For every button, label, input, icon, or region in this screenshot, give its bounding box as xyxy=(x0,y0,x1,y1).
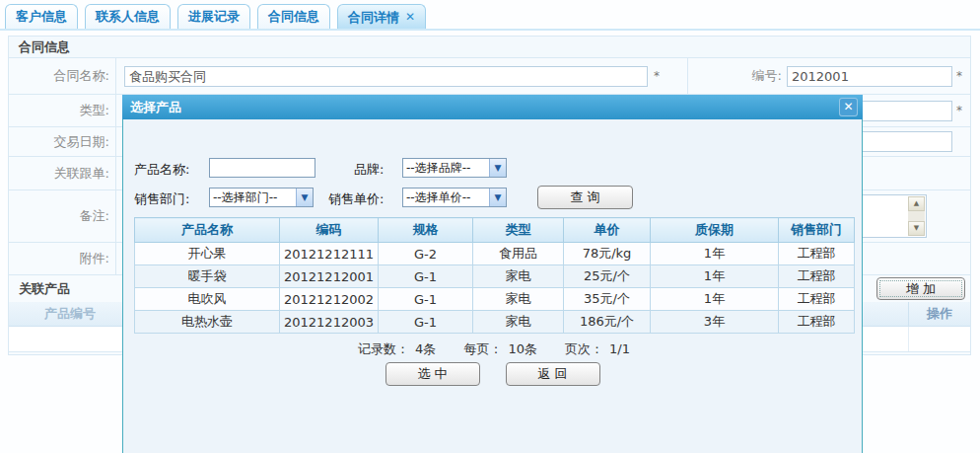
pagination: 记录数：4条 每页：10条 页次：1/1 xyxy=(134,340,854,358)
col-header-code: 编码 xyxy=(280,218,379,243)
cell-spec: G-1 xyxy=(379,311,473,334)
cell-sales-dept: 工程部 xyxy=(779,243,855,265)
type-label: 类型: xyxy=(9,95,116,126)
cell-sales-dept: 工程部 xyxy=(779,265,855,288)
scroll-down-icon[interactable]: ▼ xyxy=(908,221,925,236)
remark-label: 备注: xyxy=(9,190,116,242)
related-order-label: 关联跟单: xyxy=(9,157,116,189)
cell-unit-price: 25元/个 xyxy=(564,265,651,288)
add-product-button[interactable]: 增 加 xyxy=(876,277,965,300)
related-products-title: 关联产品 xyxy=(19,280,70,298)
page-value: 1/1 xyxy=(609,341,630,356)
dept-select-value: --选择部门-- xyxy=(210,189,296,206)
tab-label: 进展记录 xyxy=(188,9,240,24)
product-name-filter-label: 产品名称: xyxy=(134,161,189,179)
table-row[interactable]: 开心果 20121212111 G-2 食用品 78元/kg 1年 工程部 xyxy=(135,243,855,265)
table-row[interactable]: 电吹风 20121212002 G-1 家电 35元/个 1年 工程部 xyxy=(135,288,855,311)
scroll-up-icon[interactable]: ▲ xyxy=(908,196,925,211)
cell-code: 20121212003 xyxy=(280,311,379,334)
cell-type: 食用品 xyxy=(473,243,564,265)
tab-contact-info[interactable]: 联系人信息 xyxy=(85,4,171,29)
dept-filter-label: 销售部门: xyxy=(134,190,189,208)
tab-label: 客户信息 xyxy=(16,9,67,24)
contract-name-input[interactable] xyxy=(124,66,648,87)
select-product-modal: 选择产品 ✕ 产品名称: 品牌: --选择品牌-- ▼ 销售部门: --选择部门… xyxy=(122,95,863,453)
contract-info-section-title: 合同信息 xyxy=(9,37,970,58)
col-header-spec: 规格 xyxy=(379,218,473,243)
cell-unit-price: 35元/个 xyxy=(564,288,651,311)
tab-label: 合同详情 xyxy=(348,6,399,29)
cell-product-name: 开心果 xyxy=(135,243,280,265)
price-filter-label: 销售单价: xyxy=(328,190,384,208)
chevron-down-icon[interactable]: ▼ xyxy=(296,189,313,206)
per-page-value: 10条 xyxy=(508,341,537,356)
divider xyxy=(908,327,909,351)
brand-filter-label: 品牌: xyxy=(354,161,384,179)
cell-unit-price: 186元/个 xyxy=(564,311,651,334)
price-select-value: --选择单价-- xyxy=(403,189,489,206)
col-header-type: 类型 xyxy=(473,218,564,243)
cell-sales-dept: 工程部 xyxy=(779,311,855,334)
tab-close-icon[interactable]: ✕ xyxy=(405,6,415,29)
brand-select-value: --选择品牌-- xyxy=(403,160,489,177)
tab-progress-record[interactable]: 进展记录 xyxy=(177,4,250,29)
cell-type: 家电 xyxy=(473,311,564,334)
brand-select[interactable]: --选择品牌-- ▼ xyxy=(402,158,507,178)
tab-label: 合同信息 xyxy=(268,9,319,24)
product-table-header-row: 产品名称 编码 规格 类型 单价 质保期 销售部门 xyxy=(135,218,855,243)
table-row[interactable]: 电热水壶 20121212003 G-1 家电 186元/个 3年 工程部 xyxy=(135,311,855,334)
form-row-contract-name: 合同名称: * 编号: * xyxy=(9,58,970,95)
cell-sales-dept: 工程部 xyxy=(779,288,855,311)
per-page-label: 每页： xyxy=(463,341,502,356)
cell-warranty: 1年 xyxy=(651,265,779,288)
dept-select[interactable]: --选择部门-- ▼ xyxy=(209,188,314,207)
attachment-label: 附件: xyxy=(9,243,116,274)
cell-product-name: 暖手袋 xyxy=(135,265,280,288)
required-mark: * xyxy=(956,69,962,83)
chevron-down-icon[interactable]: ▼ xyxy=(489,189,506,206)
number-input[interactable] xyxy=(787,66,952,87)
tab-label: 联系人信息 xyxy=(96,9,160,24)
select-button[interactable]: 选 中 xyxy=(385,362,480,386)
cell-warranty: 1年 xyxy=(651,288,779,311)
modal-close-icon[interactable]: ✕ xyxy=(839,98,858,116)
modal-title: 选择产品 xyxy=(130,100,181,114)
col-header-sales-dept: 销售部门 xyxy=(779,218,855,243)
cell-spec: G-2 xyxy=(379,243,473,265)
modal-body: 产品名称: 品牌: --选择品牌-- ▼ 销售部门: --选择部门-- ▼ 销售… xyxy=(122,119,863,453)
tab-customer-info[interactable]: 客户信息 xyxy=(5,4,78,29)
cell-spec: G-1 xyxy=(379,288,473,311)
cell-type: 家电 xyxy=(473,265,564,288)
chevron-down-icon[interactable]: ▼ xyxy=(489,159,506,177)
modal-title-bar[interactable]: 选择产品 ✕ xyxy=(122,95,863,119)
operation-column-header: 操作 xyxy=(908,302,970,326)
back-button[interactable]: 返 回 xyxy=(506,362,600,386)
modal-actions: 选 中 返 回 xyxy=(123,362,862,386)
product-name-filter-input[interactable] xyxy=(209,158,315,178)
cell-product-name: 电热水壶 xyxy=(135,311,280,334)
col-header-unit-price: 单价 xyxy=(564,218,651,243)
product-table: 产品名称 编码 规格 类型 单价 质保期 销售部门 开心果 2012121211… xyxy=(134,217,855,334)
product-no-column-header: 产品编号 xyxy=(9,302,132,326)
cell-unit-price: 78元/kg xyxy=(564,243,651,265)
cell-spec: G-1 xyxy=(379,265,473,288)
tab-contract-detail[interactable]: 合同详情 ✕ xyxy=(337,4,426,29)
col-header-product-name: 产品名称 xyxy=(135,218,280,243)
cell-warranty: 1年 xyxy=(651,243,779,265)
price-select[interactable]: --选择单价-- ▼ xyxy=(402,188,507,207)
contract-name-label: 合同名称: xyxy=(9,58,116,94)
cell-code: 20121212111 xyxy=(280,243,379,265)
textarea-scrollbar[interactable]: ▲ ▼ xyxy=(908,196,925,236)
cell-product-name: 电吹风 xyxy=(135,288,280,311)
records-value: 4条 xyxy=(415,341,436,356)
tab-bar: 客户信息 联系人信息 进展记录 合同信息 合同详情 ✕ xyxy=(0,3,980,31)
trade-date-label: 交易日期: xyxy=(9,127,116,156)
page-label: 页次： xyxy=(565,341,603,356)
cell-code: 20121212002 xyxy=(280,288,379,311)
col-header-warranty: 质保期 xyxy=(651,218,779,243)
search-button[interactable]: 查 询 xyxy=(537,186,633,209)
tab-contract-info[interactable]: 合同信息 xyxy=(257,4,330,29)
required-mark: * xyxy=(956,104,962,117)
cell-warranty: 3年 xyxy=(651,311,779,334)
table-row[interactable]: 暖手袋 20121212001 G-1 家电 25元/个 1年 工程部 xyxy=(135,265,855,288)
